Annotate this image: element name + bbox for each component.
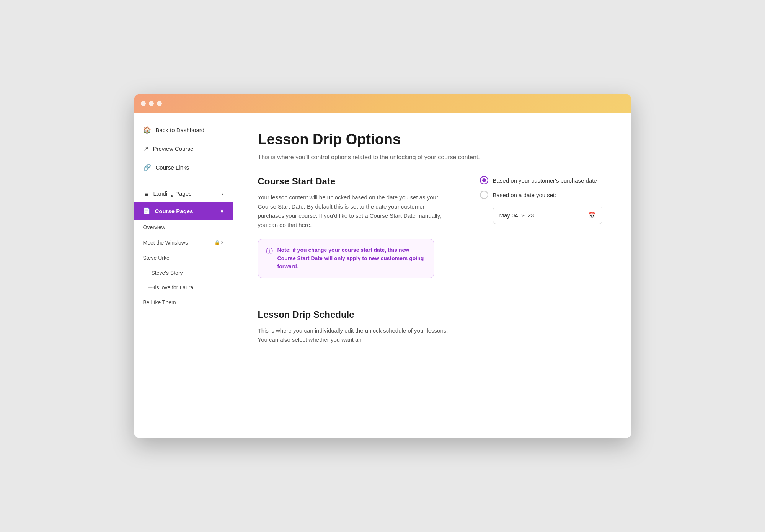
sidebar-item-back-dashboard[interactable]: 🏠 Back to Dashboard — [134, 121, 233, 139]
traffic-light-minimize[interactable] — [149, 101, 154, 106]
app-window: 🏠 Back to Dashboard ↗ Preview Course 🔗 C… — [134, 94, 631, 438]
lesson-drip-schedule-title: Lesson Drip Schedule — [258, 309, 607, 320]
radio-label-manual-date: Based on a date you set: — [493, 192, 556, 198]
sub-item-meet-winslows[interactable]: Meet the Winslows 🔒 3 — [134, 235, 233, 250]
titlebar — [134, 94, 631, 113]
lock-badge: 🔒 3 — [214, 240, 224, 245]
lock-count: 3 — [221, 240, 224, 245]
lock-icon: 🔒 — [214, 240, 220, 245]
sub-item-his-love-for-laura[interactable]: His love for Laura — [134, 280, 233, 295]
course-pages-sub-items: Overview Meet the Winslows 🔒 3 Steve Urk… — [134, 220, 233, 310]
sub-item-steves-story-label: Steve's Story — [152, 270, 183, 276]
date-value: May 04, 2023 — [499, 212, 588, 219]
radio-circle-purchase-date[interactable] — [480, 176, 488, 184]
note-box: ⓘ Note: if you change your course start … — [258, 239, 434, 278]
sub-item-meet-winslows-label: Meet the Winslows — [143, 240, 188, 246]
traffic-light-close[interactable] — [141, 101, 146, 106]
sub-item-be-like-them[interactable]: Be Like Them — [134, 295, 233, 310]
note-text: Note: if you change your course start da… — [277, 246, 426, 271]
sidebar-top-section: 🏠 Back to Dashboard ↗ Preview Course 🔗 C… — [134, 117, 233, 181]
sub-item-his-love-for-laura-label: His love for Laura — [152, 284, 194, 290]
sidebar-item-course-links[interactable]: 🔗 Course Links — [134, 158, 233, 177]
sidebar-item-landing-pages[interactable]: 🖥 Landing Pages › — [134, 185, 233, 202]
radio-option-manual-date[interactable]: Based on a date you set: — [480, 191, 602, 199]
sub-item-steve-urkel-label: Steve Urkel — [143, 255, 171, 261]
date-input[interactable]: May 04, 2023 📅 — [493, 207, 602, 224]
sidebar-item-landing-pages-label: Landing Pages — [153, 190, 192, 197]
course-start-left: Course Start Date Your lesson content wi… — [258, 176, 449, 278]
traffic-lights — [141, 101, 162, 106]
monitor-icon: 🖥 — [143, 190, 149, 197]
lesson-drip-schedule-section: Lesson Drip Schedule This is where you c… — [258, 309, 607, 344]
radio-circle-manual-date[interactable] — [480, 191, 488, 199]
course-start-date-desc: Your lesson content will be unlocked bas… — [258, 193, 449, 230]
course-start-right: Based on your customer's purchase date B… — [480, 176, 602, 224]
calendar-icon: 📅 — [588, 212, 596, 219]
document-icon: 📄 — [143, 207, 150, 214]
app-body: 🏠 Back to Dashboard ↗ Preview Course 🔗 C… — [134, 113, 631, 438]
sub-item-be-like-them-label: Be Like Them — [143, 299, 176, 305]
chevron-down-icon: ∨ — [220, 208, 224, 214]
home-icon: 🏠 — [143, 126, 151, 134]
sidebar-item-back-dashboard-label: Back to Dashboard — [156, 127, 205, 133]
radio-options: Based on your customer's purchase date B… — [480, 176, 602, 199]
sidebar-item-preview-course[interactable]: ↗ Preview Course — [134, 139, 233, 158]
page-title: Lesson Drip Options — [258, 131, 607, 148]
sidebar: 🏠 Back to Dashboard ↗ Preview Course 🔗 C… — [134, 113, 233, 438]
radio-label-purchase-date: Based on your customer's purchase date — [493, 177, 597, 184]
info-icon: ⓘ — [266, 246, 273, 256]
sidebar-nav-section: 🖥 Landing Pages › 📄 Course Pages ∨ Overv… — [134, 185, 233, 314]
chevron-right-icon: › — [222, 191, 223, 196]
sub-item-steves-story[interactable]: Steve's Story — [134, 266, 233, 280]
sidebar-item-course-links-label: Course Links — [156, 164, 189, 171]
sidebar-item-course-pages-label: Course Pages — [155, 208, 193, 214]
page-subtitle: This is where you'll control options rel… — [258, 154, 607, 161]
main-content: Lesson Drip Options This is where you'll… — [233, 113, 631, 438]
sub-item-overview-label: Overview — [143, 224, 165, 230]
sidebar-item-preview-course-label: Preview Course — [153, 145, 194, 152]
traffic-light-maximize[interactable] — [157, 101, 162, 106]
sub-item-overview[interactable]: Overview — [134, 220, 233, 235]
course-start-date-title: Course Start Date — [258, 176, 449, 187]
course-start-date-section: Course Start Date Your lesson content wi… — [258, 176, 607, 278]
link-icon: 🔗 — [143, 163, 151, 171]
external-link-icon: ↗ — [143, 145, 148, 153]
radio-option-purchase-date[interactable]: Based on your customer's purchase date — [480, 176, 602, 184]
section-divider — [258, 294, 607, 294]
lesson-drip-schedule-desc: This is where you can individually edit … — [258, 326, 449, 344]
sidebar-item-course-pages[interactable]: 📄 Course Pages ∨ — [134, 202, 233, 220]
sub-item-steve-urkel[interactable]: Steve Urkel — [134, 250, 233, 266]
